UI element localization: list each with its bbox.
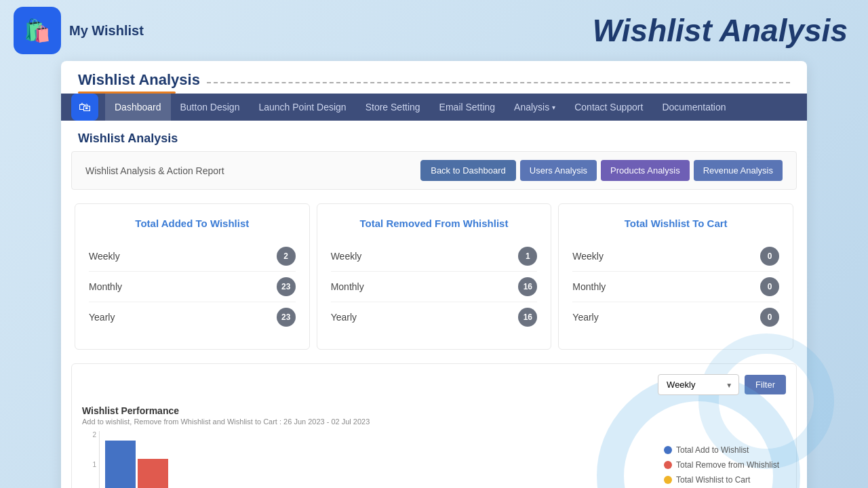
dashed-line [207,82,790,83]
legend-item-remove: Total Remove from Whishlist [664,460,786,470]
chart-bars-container [99,431,650,488]
stat-badge-removed-weekly: 1 [518,247,537,266]
stat-label-removed-yearly: Yearly [331,312,357,323]
legend-dot-add [664,446,672,454]
chart-controls: Weekly Monthly Yearly Filter [82,374,786,395]
revenue-analysis-button[interactable]: Revenue Analysis [694,160,783,181]
stat-row-added-weekly: Weekly 2 [89,241,296,272]
app-name: My Wishlist [69,23,144,39]
stat-label-added-yearly: Yearly [89,312,115,323]
stat-label-cart-yearly: Yearly [572,312,598,323]
card-title: Wishlist Analysis [78,71,200,89]
stat-badge-added-monthly: 23 [277,277,296,296]
nav-bar: 🛍 Dashboard Button Design Launch Point D… [61,94,807,121]
stat-card-cart-title: Total Wishlist To Cart [572,218,779,229]
nav-item-store-setting[interactable]: Store Setting [356,94,430,121]
chart-body: 2 1 0 Total Add to Wishlist [82,431,786,488]
stat-card-cart: Total Wishlist To Cart Weekly 0 Monthly … [558,203,793,350]
page-title-header: Wishlist Analysis [593,12,848,49]
nav-item-contact-support[interactable]: Contact Support [565,94,652,121]
stat-label-removed-monthly: Monthly [331,281,364,292]
chart-y-axis: 2 1 0 [82,431,99,488]
action-bar: Wishlist Analysis & Action Report Back t… [71,151,797,190]
stat-badge-cart-monthly: 0 [760,277,779,296]
nav-item-analysis[interactable]: Analysis ▾ [505,94,565,121]
products-analysis-button[interactable]: Products Analysis [601,160,690,181]
chart-legend: Total Add to Wishlist Total Remove from … [650,431,786,488]
stat-badge-removed-yearly: 16 [518,308,537,327]
nav-item-launch-point-design[interactable]: Launch Point Design [249,94,355,121]
stat-row-cart-yearly: Yearly 0 [572,302,779,332]
stat-card-added: Total Added To Wishlist Weekly 2 Monthly… [75,203,310,350]
stat-row-added-yearly: Yearly 23 [89,302,296,332]
bar-red [138,459,168,488]
stat-badge-cart-weekly: 0 [760,247,779,266]
nav-item-button-design[interactable]: Button Design [171,94,250,121]
stat-row-cart-monthly: Monthly 0 [572,272,779,302]
nav-logo-icon: 🛍 [71,94,98,121]
y-axis-label-2: 2 [82,431,96,439]
stat-label-cart-monthly: Monthly [572,281,606,292]
nav-item-email-setting[interactable]: Email Setting [430,94,505,121]
back-to-dashboard-button[interactable]: Back to Dashboard [420,160,516,181]
stat-row-removed-monthly: Monthly 16 [331,272,538,302]
stat-badge-removed-monthly: 16 [518,277,537,296]
stat-row-removed-yearly: Yearly 16 [331,302,538,332]
nav-analysis-label: Analysis [514,102,549,113]
legend-dot-cart [664,476,672,484]
filter-select-wrapper: Weekly Monthly Yearly [658,374,739,395]
stat-badge-added-yearly: 23 [277,308,296,327]
stat-row-added-monthly: Monthly 23 [89,272,296,302]
analysis-caret-icon: ▾ [552,104,555,111]
stat-label-cart-weekly: Weekly [572,251,604,262]
nav-item-dashboard[interactable]: Dashboard [105,94,171,121]
nav-item-documentation[interactable]: Documentation [652,94,735,121]
stat-card-removed-title: Total Removed From Whishlist [331,218,538,229]
action-buttons: Back to Dashboard Users Analysis Product… [420,160,783,181]
bar-blue [105,441,136,488]
stat-row-removed-weekly: Weekly 1 [331,241,538,272]
section-title-wrap: Wishlist Analysis [61,121,807,151]
stats-grid: Total Added To Wishlist Weekly 2 Monthly… [71,200,797,353]
action-bar-label: Wishlist Analysis & Action Report [85,165,224,176]
app-logo-icon: 🛍️ [14,7,61,54]
stat-card-removed: Total Removed From Whishlist Weekly 1 Mo… [317,203,552,350]
stat-label-added-weekly: Weekly [89,251,120,262]
legend-label-cart: Total Wishlist to Cart [676,475,750,485]
stat-badge-added-weekly: 2 [277,247,296,266]
legend-item-cart: Total Wishlist to Cart [664,475,786,485]
stat-badge-cart-yearly: 0 [760,308,779,327]
stat-row-cart-weekly: Weekly 0 [572,241,779,272]
stat-card-added-title: Total Added To Wishlist [89,218,296,229]
logo-area: 🛍️ My Wishlist [14,7,144,54]
stat-label-added-monthly: Monthly [89,281,122,292]
filter-select[interactable]: Weekly Monthly Yearly [658,374,739,395]
stat-label-removed-weekly: Weekly [331,251,362,262]
users-analysis-button[interactable]: Users Analysis [520,160,597,181]
card-title-section: Wishlist Analysis [61,61,807,94]
section-title: Wishlist Analysis [78,131,790,146]
bar-group [105,441,645,488]
legend-label-add: Total Add to Wishlist [676,445,749,455]
legend-label-remove: Total Remove from Whishlist [676,460,779,470]
y-axis-label-1: 1 [82,461,96,468]
legend-item-add: Total Add to Wishlist [664,445,786,455]
legend-dot-remove [664,461,672,469]
